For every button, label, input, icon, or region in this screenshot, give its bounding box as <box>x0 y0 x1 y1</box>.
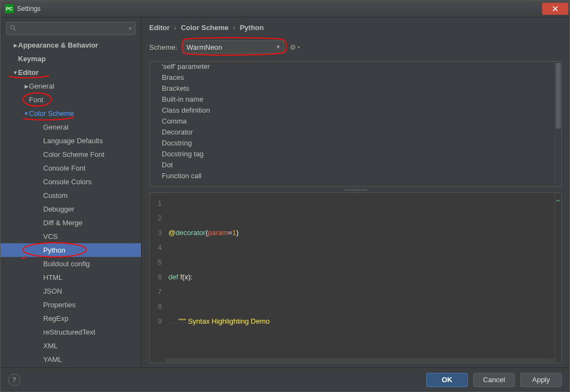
scheme-dropdown[interactable]: WarmNeon ▼ <box>183 40 284 54</box>
tree-item-label: VCS <box>43 232 58 241</box>
scrollbar[interactable] <box>555 62 561 186</box>
attribute-item[interactable]: Class definition <box>150 106 555 116</box>
attribute-list-panel: 'self' parameterBracesBracketsBuilt-in n… <box>149 61 562 187</box>
tree-item-debugger[interactable]: Debugger <box>1 202 141 216</box>
main-panel: Editor › Color Scheme › Python Scheme: W… <box>142 17 569 367</box>
splitter-handle[interactable] <box>149 187 562 192</box>
tree-item-console-colors[interactable]: Console Colors <box>1 175 141 189</box>
tree-item-label: Editor <box>18 68 39 77</box>
apply-button[interactable]: Apply <box>520 373 562 387</box>
chevron-right-icon: › <box>174 24 177 32</box>
tree-item-custom[interactable]: Custom <box>1 189 141 202</box>
attribute-item[interactable]: Decorator <box>150 127 555 138</box>
code-token: """ Syntax Highlighting Demo <box>178 317 269 325</box>
tree-item-color-scheme[interactable]: ▼Color Scheme <box>1 107 141 120</box>
tree-item-appearance-behavior[interactable]: ▶Appearance & Behavior <box>1 38 141 52</box>
tree-item-label: YAML <box>43 355 62 364</box>
attribute-item[interactable]: Built-in name <box>150 95 555 106</box>
line-number: 8 <box>150 299 162 314</box>
breadcrumb-item[interactable]: Color Scheme <box>181 24 228 32</box>
tree-item-label: Appearance & Behavior <box>18 41 98 49</box>
tree-item-label: HTML <box>43 273 62 282</box>
attribute-item[interactable]: Comma <box>150 116 555 127</box>
tree-item-label: Keymap <box>18 55 46 63</box>
tree-item-label: General <box>29 82 54 90</box>
tree-item-language-defaults[interactable]: Language Defaults <box>1 134 141 148</box>
code-token: def <box>168 273 180 281</box>
code-token: @ <box>168 229 175 237</box>
tree-item-vcs[interactable]: VCS <box>1 230 141 243</box>
attribute-item[interactable]: Dot <box>150 160 555 171</box>
cancel-button[interactable]: Cancel <box>473 373 515 387</box>
tree-item-regexp[interactable]: RegExp <box>1 312 141 325</box>
tree-item-editor[interactable]: ▼Editor <box>1 66 141 79</box>
breadcrumb-item[interactable]: Editor <box>149 24 170 32</box>
line-number: 4 <box>150 240 162 255</box>
chevron-down-icon: ▼ <box>275 44 280 50</box>
search-chevron-icon: ▾ <box>129 26 132 31</box>
tree-item-label: JSON <box>43 287 62 295</box>
tree-item-buildout-config[interactable]: Buildout config <box>1 257 141 271</box>
tree-item-properties[interactable]: Properties <box>1 298 141 312</box>
settings-tree[interactable]: ▶Appearance & BehaviorKeymap▼Editor▶Gene… <box>1 38 141 367</box>
line-number: 1 <box>150 196 162 210</box>
code-preview: 123456789 @decorator(param=1) def f(x): … <box>149 192 562 363</box>
tree-item-general[interactable]: ▶General <box>1 79 141 93</box>
scheme-value: WarmNeon <box>186 43 222 51</box>
code-token: : <box>191 273 193 281</box>
line-number: 6 <box>150 270 162 284</box>
tree-item-label: Properties <box>43 301 75 309</box>
attribute-item[interactable]: Brackets <box>150 84 555 95</box>
app-icon: PC <box>5 4 14 13</box>
tree-item-python[interactable]: Python <box>1 243 141 257</box>
search-input[interactable]: ▾ <box>6 22 136 35</box>
tree-item-xml[interactable]: XML <box>1 339 141 353</box>
attribute-item[interactable]: Docstring <box>150 138 555 149</box>
search-icon <box>10 25 16 33</box>
attribute-item[interactable]: 'self' parameter <box>150 62 555 73</box>
breadcrumb: Editor › Color Scheme › Python <box>142 17 569 37</box>
line-number: 9 <box>150 314 162 329</box>
breadcrumb-item[interactable]: Python <box>240 24 264 32</box>
attribute-item[interactable]: Docstring tag <box>150 149 555 160</box>
attribute-item[interactable]: Braces <box>150 73 555 84</box>
chevron-down-icon: ▼ <box>297 45 301 49</box>
scheme-actions-button[interactable]: ⚙▼ <box>290 43 301 51</box>
scrollbar[interactable] <box>555 193 561 362</box>
expand-icon: ▶ <box>13 43 18 48</box>
grip-icon <box>345 189 367 191</box>
collapse-icon: ▼ <box>13 70 18 75</box>
tree-item-console-font[interactable]: Console Font <box>1 161 141 175</box>
attribute-list[interactable]: 'self' parameterBracesBracketsBuilt-in n… <box>150 62 555 186</box>
tree-item-font[interactable]: Font <box>1 93 141 107</box>
tree-item-label: Python <box>43 246 65 254</box>
code-token: @param <box>189 361 216 362</box>
tree-item-diff-merge[interactable]: Diff & Merge <box>1 216 141 230</box>
tree-item-label: Console Colors <box>43 178 92 186</box>
attribute-item[interactable]: Function call <box>150 171 555 182</box>
inspection-marker-icon <box>556 195 560 200</box>
dialog-footer: ? OK Cancel Apply <box>1 367 569 391</box>
tree-item-json[interactable]: JSON <box>1 284 141 298</box>
tree-item-restructuredtext[interactable]: reStructuredText <box>1 325 141 339</box>
scrollbar-thumb[interactable] <box>556 63 561 128</box>
tree-item-label: Diff & Merge <box>43 219 83 227</box>
code-token: .... <box>168 317 178 325</box>
gear-icon: ⚙ <box>290 43 296 51</box>
tree-item-keymap[interactable]: Keymap <box>1 52 141 66</box>
line-number: 5 <box>150 255 162 270</box>
titlebar: PC Settings <box>1 1 569 17</box>
tree-item-yaml[interactable]: YAML <box>1 353 141 366</box>
help-button[interactable]: ? <box>8 374 20 386</box>
tree-item-color-scheme-font[interactable]: Color Scheme Font <box>1 148 141 161</box>
tree-item-label: Custom <box>43 191 68 200</box>
collapse-icon: ▼ <box>23 111 29 116</box>
ok-button[interactable]: OK <box>426 373 468 387</box>
tree-item-general[interactable]: General <box>1 120 141 134</box>
close-button[interactable] <box>542 3 568 15</box>
tree-item-label: Debugger <box>43 205 74 213</box>
tree-item-label: Language Defaults <box>43 137 103 145</box>
code-token: = <box>228 229 232 237</box>
tree-item-html[interactable]: HTML <box>1 271 141 284</box>
tree-item-label: reStructuredText <box>43 328 95 336</box>
